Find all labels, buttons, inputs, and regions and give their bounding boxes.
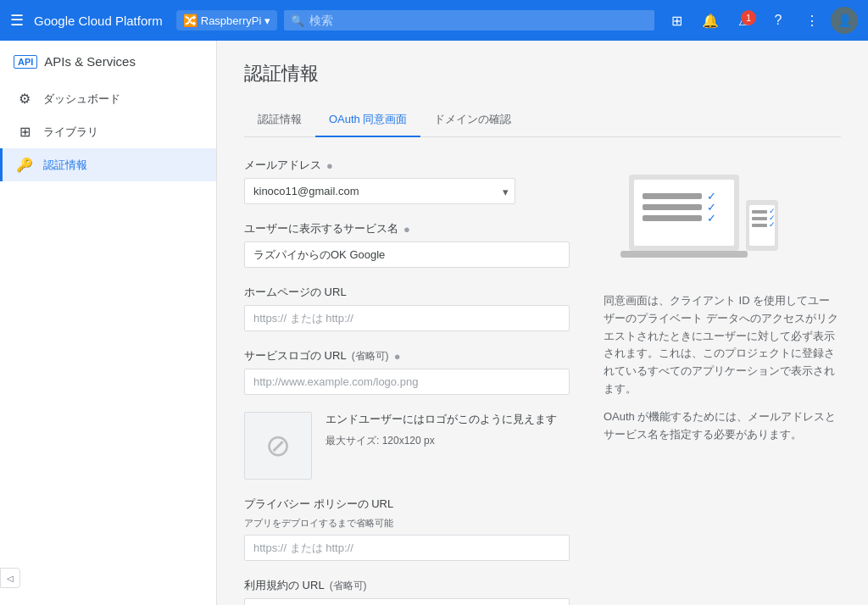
svg-rect-11 <box>752 210 767 214</box>
svg-rect-5 <box>643 215 702 221</box>
form-section: メールアドレス ● kinoco11@gmail.com ▾ ユーザーに表示する… <box>244 158 841 605</box>
privacy-group: プライバシー ポリシーの URL アプリをデプロイするまで省略可能 <box>244 497 570 561</box>
search-input[interactable] <box>309 14 648 27</box>
terms-input[interactable] <box>244 598 570 605</box>
logo-preview-row: ⊘ エンドユーザーにはロゴがこのように見えます 最大サイズ: 120x120 p… <box>244 412 570 480</box>
terms-label: 利用規約の URL (省略可) <box>244 578 570 593</box>
email-label: メールアドレス ● <box>244 158 570 173</box>
logo-url-group: サービスロゴの URL (省略可) ● <box>244 348 570 395</box>
logo-url-label: サービスロゴの URL (省略可) ● <box>244 348 570 364</box>
svg-rect-4 <box>643 204 702 210</box>
brand-title: Google Cloud Platform <box>34 14 163 28</box>
more-icon: ⋮ <box>805 13 819 29</box>
tab-oauth-consent[interactable]: OAuth 同意画面 <box>315 103 420 137</box>
svg-rect-13 <box>752 224 767 227</box>
notifications-icon-btn[interactable]: 🔔 <box>695 5 726 36</box>
homepage-group: ホームページの URL <box>244 285 570 331</box>
sidebar-header: API APIs & Services <box>0 41 216 75</box>
service-name-label: ユーザーに表示するサービス名 ● <box>244 221 570 236</box>
logo-url-optional: (省略可) <box>352 349 389 364</box>
logo-url-input[interactable] <box>244 369 570 395</box>
collapse-icon: ◁ <box>7 574 14 583</box>
form-left: メールアドレス ● kinoco11@gmail.com ▾ ユーザーに表示する… <box>244 158 570 605</box>
sidebar-item-library-label: ライブラリ <box>43 125 98 140</box>
logo-hint: エンドユーザーにはロゴがこのように見えます 最大サイズ: 120x120 px <box>326 412 557 448</box>
service-name-group: ユーザーに表示するサービス名 ● <box>244 221 570 268</box>
service-name-input[interactable] <box>244 241 570 268</box>
svg-text:✓: ✓ <box>707 212 716 225</box>
alert-wrap: ⚠ 1 <box>729 5 760 36</box>
email-help-icon[interactable]: ● <box>326 159 333 172</box>
avatar[interactable]: 👤 <box>831 7 858 34</box>
main-content: 認証情報 認証情報 OAuth 同意画面 ドメインの確認 メールアドレス ● <box>217 41 868 605</box>
svg-rect-1 <box>634 180 734 246</box>
logo-hint-title: エンドユーザーにはロゴがこのように見えます <box>326 412 557 427</box>
sidebar-item-library[interactable]: ⊞ ライブラリ <box>0 115 216 148</box>
privacy-subtitle: アプリをデプロイするまで省略可能 <box>244 517 570 530</box>
page-title: 認証情報 <box>244 61 841 86</box>
sidebar-item-credentials[interactable]: 🔑 認証情報 <box>0 148 216 181</box>
help-icon-btn[interactable]: ? <box>763 5 793 36</box>
logo-hint-size: 最大サイズ: 120x120 px <box>326 430 557 448</box>
more-icon-btn[interactable]: ⋮ <box>797 5 827 36</box>
nav-icons: ⊞ 🔔 ⚠ 1 ? ⋮ 👤 <box>661 5 858 36</box>
dashboard-icon: ⚙ <box>16 91 33 107</box>
help-icon: ? <box>775 13 782 28</box>
api-badge: API <box>14 55 37 69</box>
email-select[interactable]: kinoco11@gmail.com <box>244 178 515 204</box>
avatar-icon: 👤 <box>837 14 852 27</box>
tab-credentials[interactable]: 認証情報 <box>244 103 315 137</box>
notification-badge: 1 <box>741 10 756 25</box>
project-name: RaspberryPi <box>201 14 262 27</box>
layout: API APIs & Services ⚙ ダッシュボード ⊞ ライブラリ 🔑 … <box>0 41 868 605</box>
illustration: ✓ ✓ ✓ ✓ ✓ ✓ <box>604 158 841 279</box>
sidebar-item-dashboard[interactable]: ⚙ ダッシュボード <box>0 82 216 115</box>
sidebar-nav: ⚙ ダッシュボード ⊞ ライブラリ 🔑 認証情報 <box>0 75 216 188</box>
search-icon: 🔍 <box>291 14 304 27</box>
sidebar-service-title: APIs & Services <box>44 54 136 69</box>
terms-optional: (省略可) <box>330 579 367 593</box>
hamburger-icon[interactable]: ☰ <box>10 11 24 30</box>
sidebar-item-credentials-label: 認証情報 <box>43 158 87 173</box>
privacy-input[interactable] <box>244 535 570 561</box>
svg-rect-3 <box>643 193 702 199</box>
logo-preview-box: ⊘ <box>244 412 312 480</box>
tab-domain-verification[interactable]: ドメインの確認 <box>420 103 525 137</box>
apps-icon: ⊞ <box>671 13 682 29</box>
svg-text:✓: ✓ <box>769 220 776 229</box>
notifications-icon: 🔔 <box>702 13 719 29</box>
sidebar-item-dashboard-label: ダッシュボード <box>43 92 120 107</box>
right-panel-text1: 同意画面は、クライアント ID を使用してユーザーのプライベート データへのアク… <box>604 292 841 398</box>
apps-icon-btn[interactable]: ⊞ <box>661 5 692 36</box>
email-group: メールアドレス ● kinoco11@gmail.com ▾ <box>244 158 570 204</box>
terms-group: 利用規約の URL (省略可) <box>244 578 570 605</box>
homepage-input[interactable] <box>244 305 570 331</box>
logo-placeholder-icon: ⊘ <box>265 428 291 463</box>
email-select-wrap: kinoco11@gmail.com ▾ <box>244 178 515 204</box>
svg-rect-12 <box>752 217 767 220</box>
homepage-label: ホームページの URL <box>244 285 570 300</box>
privacy-label: プライバシー ポリシーの URL <box>244 497 570 512</box>
sidebar: API APIs & Services ⚙ ダッシュボード ⊞ ライブラリ 🔑 … <box>0 41 217 605</box>
service-name-help-icon[interactable]: ● <box>403 223 410 236</box>
project-icon: 🔀 <box>183 14 198 27</box>
form-right: ✓ ✓ ✓ ✓ ✓ ✓ <box>604 158 841 605</box>
chevron-down-icon: ▾ <box>264 14 270 27</box>
search-bar[interactable]: 🔍 <box>284 10 654 31</box>
brand: Google Cloud Platform <box>34 14 163 28</box>
project-selector[interactable]: 🔀 RaspberryPi ▾ <box>176 10 278 31</box>
top-nav: ☰ Google Cloud Platform 🔀 RaspberryPi ▾ … <box>0 0 868 41</box>
sidebar-collapse-button[interactable]: ◁ <box>0 568 20 588</box>
library-icon: ⊞ <box>16 124 33 140</box>
credentials-icon: 🔑 <box>16 157 33 173</box>
logo-url-help-icon[interactable]: ● <box>394 350 401 363</box>
tabs: 認証情報 OAuth 同意画面 ドメインの確認 <box>244 103 841 137</box>
right-panel-text2: OAuth が機能するためには、メールアドレスとサービス名を指定する必要がありま… <box>604 408 841 444</box>
svg-rect-2 <box>620 251 748 258</box>
consent-illustration: ✓ ✓ ✓ ✓ ✓ ✓ <box>604 158 790 276</box>
